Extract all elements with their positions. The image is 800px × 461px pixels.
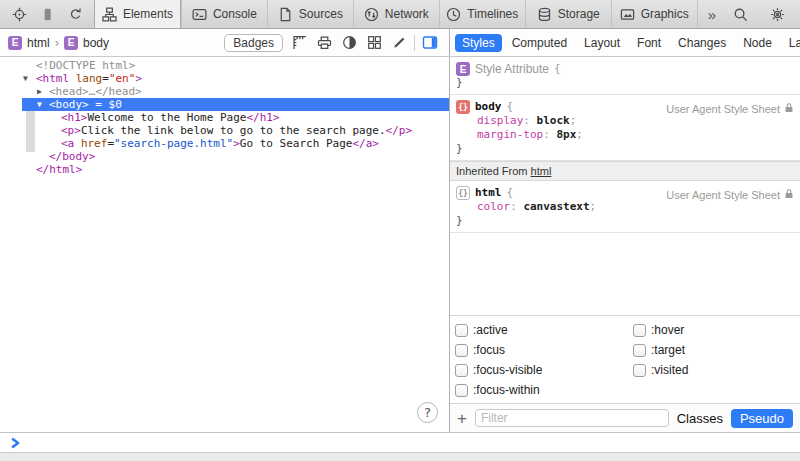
disclosure-open-icon[interactable]: ▼: [37, 100, 42, 110]
body-user-agent-rule: {}body {User Agent Style Sheetdisplay: b…: [450, 95, 800, 161]
dom-node-body-selected[interactable]: ▼<body> = $0: [22, 98, 449, 111]
property-name: margin-top: [477, 128, 543, 141]
sidebar-toggle-icon[interactable]: [418, 33, 441, 53]
dom-node-head-collapsed[interactable]: ▶<head>…</head>: [0, 85, 449, 98]
pseudo-label: :hover: [651, 323, 684, 337]
dom-node-a-node[interactable]: <a href="search-page.html">Go to Search …: [0, 137, 449, 150]
css-rule-sections: EStyle Attribute {}{}body {User Agent St…: [450, 57, 800, 233]
styles-sidebar-panel: EStyle Attribute {}{}body {User Agent St…: [450, 57, 800, 432]
quick-console[interactable]: [0, 432, 800, 452]
add-rule-button[interactable]: +: [457, 410, 467, 427]
pseudo-label: :target: [651, 343, 685, 357]
inherited-from-link[interactable]: html: [531, 165, 552, 177]
rule-selector: body: [475, 100, 502, 114]
open-brace: {: [507, 100, 514, 114]
pseudo-toggle-active[interactable]: :active: [455, 323, 633, 337]
element-badge: E: [64, 36, 78, 50]
sidebar-tab-changes[interactable]: Changes: [671, 34, 733, 52]
code-token: >: [233, 137, 240, 150]
checkbox-unchecked[interactable]: [455, 384, 468, 397]
checkbox-unchecked[interactable]: [455, 324, 468, 337]
paint-brush-icon[interactable]: [388, 33, 411, 53]
tab-graphics[interactable]: Graphics: [611, 0, 697, 28]
tab-label: Storage: [558, 7, 600, 21]
bottom-strip: [0, 452, 800, 461]
pseudo-toggle-focus[interactable]: :focus: [455, 343, 633, 357]
contrast-icon[interactable]: [338, 33, 361, 53]
sidebar-tab-layout[interactable]: Layout: [577, 34, 627, 52]
inspect-target-icon[interactable]: [6, 2, 32, 26]
tab-label: Sources: [299, 7, 343, 21]
rule-origin-note: User Agent Style Sheet: [666, 188, 794, 202]
dom-node-h1-node[interactable]: <h1>Welcome to the Home Page</h1>: [0, 111, 449, 124]
checkbox-unchecked[interactable]: [633, 324, 646, 337]
checkbox-unchecked[interactable]: [455, 344, 468, 357]
pseudo-button[interactable]: Pseudo: [731, 409, 793, 428]
dom-node-body-close[interactable]: </body>: [0, 150, 449, 163]
tab-storage[interactable]: Storage: [525, 0, 611, 28]
code-token: href: [81, 137, 108, 150]
reload-icon[interactable]: [62, 2, 88, 26]
rule-selector: Style Attribute: [475, 62, 549, 76]
property-name: color: [477, 200, 510, 213]
stylesheet-badge: {}: [456, 186, 470, 200]
checkbox-unchecked[interactable]: [455, 364, 468, 377]
rule-header[interactable]: EStyle Attribute {: [456, 62, 794, 76]
pseudo-toggle-hover[interactable]: :hover: [633, 323, 688, 337]
rule-origin-note: User Agent Style Sheet: [666, 102, 794, 116]
disclosure-open-icon[interactable]: ▼: [23, 74, 28, 84]
tab-console[interactable]: Console: [181, 0, 267, 28]
css-property-margin-top[interactable]: margin-top: 8px;: [456, 128, 794, 142]
tab-label: Elements: [123, 7, 173, 21]
sidebar-tab-node[interactable]: Node: [736, 34, 779, 52]
code-token: </p>: [386, 124, 413, 137]
pseudo-toggle-target[interactable]: :target: [633, 343, 688, 357]
breadcrumb-item-body[interactable]: Ebody: [64, 36, 109, 50]
checkbox-unchecked[interactable]: [633, 364, 646, 377]
main-tab-bar: ElementsConsoleSourcesNetworkTimelinesSt…: [0, 0, 800, 29]
sidebar-tab-computed[interactable]: Computed: [505, 34, 574, 52]
tab-network[interactable]: Network: [353, 0, 439, 28]
element-toolbar-icons: [288, 33, 441, 53]
breadcrumb-label: html: [27, 36, 50, 50]
print-icon[interactable]: [313, 33, 336, 53]
code-token: "en": [109, 72, 136, 85]
ruler-icon[interactable]: [288, 33, 311, 53]
dom-node-doctype[interactable]: <!DOCTYPE html>: [0, 59, 449, 72]
tab-elements[interactable]: Elements: [94, 0, 181, 28]
checkbox-unchecked[interactable]: [633, 344, 646, 357]
sidebar-tab-font[interactable]: Font: [630, 34, 668, 52]
sidebar-tab-layers[interactable]: Layers: [782, 34, 800, 52]
badges-button[interactable]: Badges: [224, 34, 283, 52]
dom-breadcrumb-bar: Ehtml›Ebody Badges: [0, 29, 450, 56]
more-tabs-button[interactable]: »: [708, 7, 716, 22]
style-filter-input[interactable]: [475, 409, 669, 427]
tab-sources[interactable]: Sources: [267, 0, 353, 28]
pseudo-toggle-visited[interactable]: :visited: [633, 363, 688, 377]
search-icon[interactable]: [727, 2, 753, 26]
tab-label: Graphics: [641, 7, 689, 21]
close-brace: }: [456, 142, 794, 156]
graphics-icon: [620, 7, 635, 22]
disclosure-closed-icon[interactable]: ▶: [37, 87, 42, 97]
sidebar-tab-styles[interactable]: Styles: [455, 34, 502, 52]
details-sidebar-tabs: StylesComputedLayoutFontChangesNodeLayer…: [450, 29, 800, 56]
grid-overlay-icon[interactable]: [363, 33, 386, 53]
code-token: lang: [76, 72, 103, 85]
tab-timelines[interactable]: Timelines: [439, 0, 525, 28]
help-button[interactable]: ?: [417, 402, 438, 423]
css-property-color[interactable]: color: canvastext;: [456, 200, 794, 214]
device-icon[interactable]: [34, 2, 60, 26]
storage-icon: [537, 7, 552, 22]
pseudo-toggle-focus-within[interactable]: :focus-within: [455, 383, 633, 397]
gear-icon[interactable]: [764, 2, 790, 26]
dom-node-p-node[interactable]: <p>Click the link below to go to the sea…: [0, 124, 449, 137]
dom-node-html-close[interactable]: </html>: [0, 163, 449, 176]
breadcrumb-item-html[interactable]: Ehtml: [8, 36, 50, 50]
pseudo-toggle-focus-visible[interactable]: :focus-visible: [455, 363, 633, 377]
css-property-display[interactable]: display: block;: [456, 114, 794, 128]
code-token: =: [102, 72, 109, 85]
dom-node-html-open[interactable]: ▼<html lang="en">: [0, 72, 449, 85]
code-token: Go to Search Page: [240, 137, 353, 150]
classes-button[interactable]: Classes: [677, 411, 723, 426]
